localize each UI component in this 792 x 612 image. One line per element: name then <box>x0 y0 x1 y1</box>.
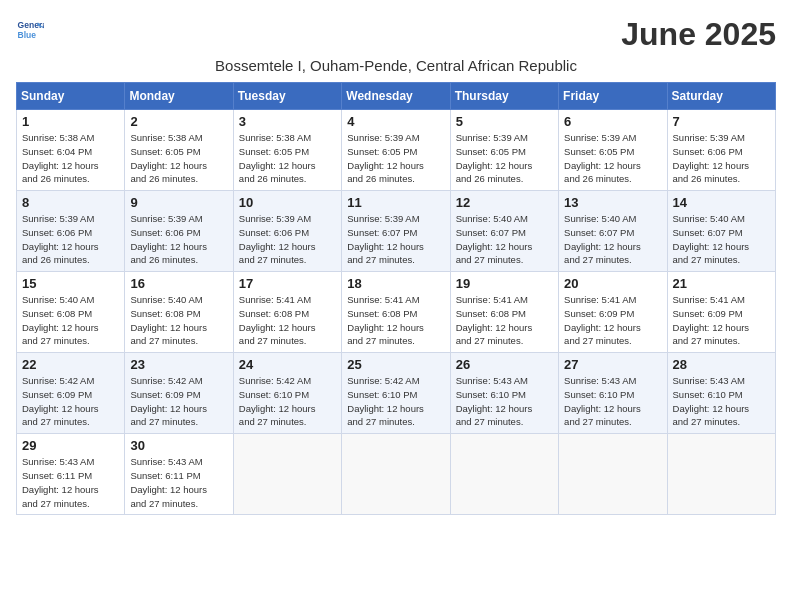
day-number: 9 <box>130 195 227 210</box>
day-number: 21 <box>673 276 770 291</box>
calendar-cell: 26Sunrise: 5:43 AMSunset: 6:10 PMDayligh… <box>450 353 558 434</box>
day-number: 28 <box>673 357 770 372</box>
calendar-cell: 5Sunrise: 5:39 AMSunset: 6:05 PMDaylight… <box>450 110 558 191</box>
day-info: Sunrise: 5:38 AMSunset: 6:04 PMDaylight:… <box>22 131 119 186</box>
day-of-week-header: Friday <box>559 83 667 110</box>
calendar-cell: 12Sunrise: 5:40 AMSunset: 6:07 PMDayligh… <box>450 191 558 272</box>
day-number: 15 <box>22 276 119 291</box>
day-of-week-header: Saturday <box>667 83 775 110</box>
calendar-cell: 23Sunrise: 5:42 AMSunset: 6:09 PMDayligh… <box>125 353 233 434</box>
day-info: Sunrise: 5:41 AMSunset: 6:08 PMDaylight:… <box>456 293 553 348</box>
day-of-week-header: Monday <box>125 83 233 110</box>
calendar-cell: 28Sunrise: 5:43 AMSunset: 6:10 PMDayligh… <box>667 353 775 434</box>
svg-text:Blue: Blue <box>18 30 37 40</box>
day-number: 7 <box>673 114 770 129</box>
day-info: Sunrise: 5:43 AMSunset: 6:11 PMDaylight:… <box>22 455 119 510</box>
day-info: Sunrise: 5:42 AMSunset: 6:10 PMDaylight:… <box>239 374 336 429</box>
calendar-cell <box>233 434 341 515</box>
logo-icon: General Blue <box>16 16 44 44</box>
day-number: 10 <box>239 195 336 210</box>
calendar-cell: 7Sunrise: 5:39 AMSunset: 6:06 PMDaylight… <box>667 110 775 191</box>
day-number: 4 <box>347 114 444 129</box>
calendar-cell: 30Sunrise: 5:43 AMSunset: 6:11 PMDayligh… <box>125 434 233 515</box>
calendar-cell: 24Sunrise: 5:42 AMSunset: 6:10 PMDayligh… <box>233 353 341 434</box>
day-info: Sunrise: 5:42 AMSunset: 6:10 PMDaylight:… <box>347 374 444 429</box>
day-info: Sunrise: 5:39 AMSunset: 6:06 PMDaylight:… <box>130 212 227 267</box>
day-of-week-header: Wednesday <box>342 83 450 110</box>
calendar-cell: 16Sunrise: 5:40 AMSunset: 6:08 PMDayligh… <box>125 272 233 353</box>
calendar-cell: 25Sunrise: 5:42 AMSunset: 6:10 PMDayligh… <box>342 353 450 434</box>
day-info: Sunrise: 5:40 AMSunset: 6:08 PMDaylight:… <box>22 293 119 348</box>
calendar-cell: 14Sunrise: 5:40 AMSunset: 6:07 PMDayligh… <box>667 191 775 272</box>
day-number: 18 <box>347 276 444 291</box>
day-info: Sunrise: 5:40 AMSunset: 6:07 PMDaylight:… <box>456 212 553 267</box>
calendar-table: SundayMondayTuesdayWednesdayThursdayFrid… <box>16 82 776 515</box>
day-number: 23 <box>130 357 227 372</box>
subtitle: Bossemtele I, Ouham-Pende, Central Afric… <box>16 57 776 74</box>
day-number: 3 <box>239 114 336 129</box>
day-number: 13 <box>564 195 661 210</box>
header: General Blue June 2025 <box>16 16 776 53</box>
day-info: Sunrise: 5:41 AMSunset: 6:09 PMDaylight:… <box>673 293 770 348</box>
calendar-cell: 2Sunrise: 5:38 AMSunset: 6:05 PMDaylight… <box>125 110 233 191</box>
day-info: Sunrise: 5:39 AMSunset: 6:07 PMDaylight:… <box>347 212 444 267</box>
calendar-cell: 22Sunrise: 5:42 AMSunset: 6:09 PMDayligh… <box>17 353 125 434</box>
day-number: 25 <box>347 357 444 372</box>
month-title: June 2025 <box>621 16 776 53</box>
day-number: 24 <box>239 357 336 372</box>
calendar-cell <box>450 434 558 515</box>
day-number: 12 <box>456 195 553 210</box>
day-number: 17 <box>239 276 336 291</box>
calendar-cell <box>559 434 667 515</box>
day-number: 11 <box>347 195 444 210</box>
day-info: Sunrise: 5:39 AMSunset: 6:06 PMDaylight:… <box>22 212 119 267</box>
day-number: 26 <box>456 357 553 372</box>
logo: General Blue <box>16 16 44 44</box>
day-info: Sunrise: 5:42 AMSunset: 6:09 PMDaylight:… <box>22 374 119 429</box>
day-number: 29 <box>22 438 119 453</box>
calendar-cell: 20Sunrise: 5:41 AMSunset: 6:09 PMDayligh… <box>559 272 667 353</box>
day-info: Sunrise: 5:42 AMSunset: 6:09 PMDaylight:… <box>130 374 227 429</box>
calendar-cell: 21Sunrise: 5:41 AMSunset: 6:09 PMDayligh… <box>667 272 775 353</box>
calendar-cell: 29Sunrise: 5:43 AMSunset: 6:11 PMDayligh… <box>17 434 125 515</box>
day-info: Sunrise: 5:39 AMSunset: 6:05 PMDaylight:… <box>564 131 661 186</box>
day-number: 19 <box>456 276 553 291</box>
day-number: 8 <box>22 195 119 210</box>
calendar-cell: 8Sunrise: 5:39 AMSunset: 6:06 PMDaylight… <box>17 191 125 272</box>
calendar-cell: 13Sunrise: 5:40 AMSunset: 6:07 PMDayligh… <box>559 191 667 272</box>
calendar-cell: 10Sunrise: 5:39 AMSunset: 6:06 PMDayligh… <box>233 191 341 272</box>
day-info: Sunrise: 5:40 AMSunset: 6:07 PMDaylight:… <box>564 212 661 267</box>
day-number: 20 <box>564 276 661 291</box>
day-number: 27 <box>564 357 661 372</box>
day-number: 22 <box>22 357 119 372</box>
day-info: Sunrise: 5:39 AMSunset: 6:05 PMDaylight:… <box>347 131 444 186</box>
calendar-cell: 1Sunrise: 5:38 AMSunset: 6:04 PMDaylight… <box>17 110 125 191</box>
day-info: Sunrise: 5:38 AMSunset: 6:05 PMDaylight:… <box>130 131 227 186</box>
calendar-cell: 15Sunrise: 5:40 AMSunset: 6:08 PMDayligh… <box>17 272 125 353</box>
day-info: Sunrise: 5:38 AMSunset: 6:05 PMDaylight:… <box>239 131 336 186</box>
calendar-cell: 19Sunrise: 5:41 AMSunset: 6:08 PMDayligh… <box>450 272 558 353</box>
calendar-cell: 18Sunrise: 5:41 AMSunset: 6:08 PMDayligh… <box>342 272 450 353</box>
day-info: Sunrise: 5:41 AMSunset: 6:08 PMDaylight:… <box>347 293 444 348</box>
day-of-week-header: Sunday <box>17 83 125 110</box>
day-number: 1 <box>22 114 119 129</box>
calendar-cell <box>342 434 450 515</box>
calendar-cell: 3Sunrise: 5:38 AMSunset: 6:05 PMDaylight… <box>233 110 341 191</box>
day-of-week-header: Thursday <box>450 83 558 110</box>
day-info: Sunrise: 5:43 AMSunset: 6:11 PMDaylight:… <box>130 455 227 510</box>
calendar-cell: 17Sunrise: 5:41 AMSunset: 6:08 PMDayligh… <box>233 272 341 353</box>
day-number: 30 <box>130 438 227 453</box>
calendar-cell: 9Sunrise: 5:39 AMSunset: 6:06 PMDaylight… <box>125 191 233 272</box>
calendar-cell <box>667 434 775 515</box>
day-number: 5 <box>456 114 553 129</box>
day-info: Sunrise: 5:40 AMSunset: 6:08 PMDaylight:… <box>130 293 227 348</box>
day-info: Sunrise: 5:43 AMSunset: 6:10 PMDaylight:… <box>456 374 553 429</box>
day-number: 14 <box>673 195 770 210</box>
day-info: Sunrise: 5:39 AMSunset: 6:06 PMDaylight:… <box>673 131 770 186</box>
day-number: 2 <box>130 114 227 129</box>
day-info: Sunrise: 5:39 AMSunset: 6:05 PMDaylight:… <box>456 131 553 186</box>
day-info: Sunrise: 5:43 AMSunset: 6:10 PMDaylight:… <box>673 374 770 429</box>
day-info: Sunrise: 5:41 AMSunset: 6:09 PMDaylight:… <box>564 293 661 348</box>
day-of-week-header: Tuesday <box>233 83 341 110</box>
day-info: Sunrise: 5:40 AMSunset: 6:07 PMDaylight:… <box>673 212 770 267</box>
